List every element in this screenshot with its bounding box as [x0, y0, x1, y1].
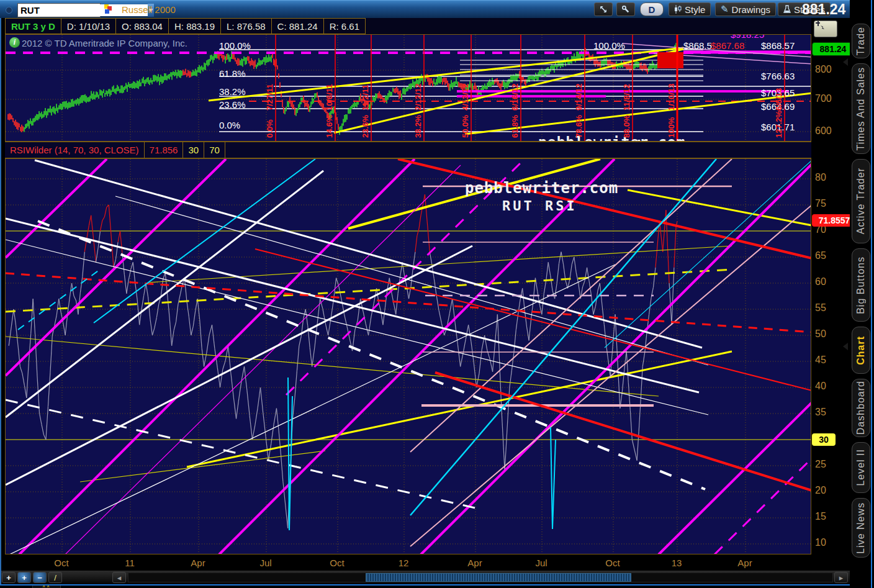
chart-scrollbar-thumb[interactable]	[366, 573, 631, 582]
symbol-description: Russell 2000	[122, 4, 176, 15]
pan-hand-icon	[814, 21, 826, 30]
rsi-study-title[interactable]: RSIWilder (14, 70, 30, CLOSE)	[5, 142, 145, 158]
time-axis-label: Oct	[54, 558, 68, 568]
flask-icon	[783, 5, 791, 14]
ohlc-status-bar: RUT 3 y DD: 1/10/13O: 883.04H: 883.19L: …	[5, 18, 811, 35]
ohlc-cell: H: 883.19	[168, 18, 220, 34]
fib-pct-label: 100%	[667, 94, 675, 138]
price-level-label: $867.68	[711, 40, 744, 51]
price-axis-tick: 600	[815, 125, 832, 137]
rsi-study-value: 71.856	[145, 142, 184, 158]
time-axis-label: Jul	[535, 558, 547, 568]
ohlc-cell: RUT 3 y D	[5, 18, 61, 34]
left-edge-divider	[0, 18, 1, 584]
fib-level-label: 38.2%	[219, 86, 246, 97]
scroll-left-button[interactable]: ◂	[112, 572, 126, 583]
sidebar-tab-level-ii[interactable]: Level II	[852, 442, 870, 493]
top-toolbar: ▼ Russell 2000 D	[0, 0, 874, 18]
fib-level-label: 100.0%	[219, 40, 251, 51]
rsi-axis-tick: 40	[815, 381, 826, 392]
time-axis-label: 12	[399, 558, 409, 568]
price-level-label: $918.25	[731, 34, 764, 40]
symbol-box: ▼	[17, 3, 101, 17]
rsi-axis-tick: 75	[815, 198, 826, 209]
fib-pct-label: 38.2%	[414, 94, 422, 138]
fib-pct-label: 78.6%	[575, 94, 583, 138]
panel-collapse-arrow[interactable]	[843, 58, 848, 66]
fib-pct-label: 14.6%	[325, 94, 333, 138]
sidebar-tab-trade[interactable]: Trade	[852, 24, 870, 58]
zoom-out-button[interactable]: −	[33, 572, 47, 583]
time-axis-label: Apr	[467, 558, 482, 568]
candlestick-icon	[674, 5, 682, 14]
right-price-axis: 800700600881.248075706560555045403530252…	[811, 18, 850, 571]
time-axis-label: Apr	[191, 558, 205, 568]
scroll-right-button[interactable]: ▸	[834, 572, 848, 583]
last-price: 881.24	[802, 1, 845, 18]
fib-level-label: 61.8%	[219, 68, 246, 79]
line-tool-button[interactable]: /	[48, 572, 62, 583]
watermark-chart-rsi: RUT RSI	[502, 198, 577, 214]
sidebar-tab-live-news[interactable]: Live News	[852, 498, 870, 558]
pointer-tools-button[interactable]	[594, 2, 613, 16]
rsi-oversold-bubble: 30	[812, 433, 836, 446]
link-color-icon[interactable]	[104, 4, 114, 14]
sidebar-tab-label: Big Buttons	[855, 256, 867, 314]
fib-level-label: 23.6%	[219, 99, 246, 110]
price-axis-tick: 800	[815, 64, 832, 75]
sidebar-tab-label: Dashboard	[855, 381, 867, 435]
fib-pct-label: 127.2%	[775, 94, 783, 138]
style-button[interactable]: Style	[669, 2, 711, 16]
price-axis-tick: 700	[815, 93, 832, 104]
time-axis-label: 11	[125, 558, 135, 568]
copyright-text: 2012 © TD Ameritrade IP Company, Inc.	[22, 38, 187, 48]
sidebar-tab-chart[interactable]: Chart	[852, 327, 870, 374]
settings-wrench-button[interactable]	[616, 2, 635, 16]
thinkorswim-chart-window: ▼ Russell 2000 D	[0, 0, 874, 588]
right-edge-divider	[871, 0, 872, 588]
chart-scrollbar-track[interactable]	[128, 572, 833, 582]
sidebar-tab-dashboard[interactable]: Dashboard	[852, 379, 870, 437]
rsi-axis-tick: 80	[815, 172, 826, 183]
last-price-bubble: 881.24	[812, 42, 854, 56]
rsi-axis-tick: 25	[815, 459, 826, 470]
price-chart-panel[interactable]: i 2012 © TD Ameritrade IP Company, Inc. …	[5, 34, 811, 142]
bottom-control-bar: + + − / ◂ ▸	[0, 571, 850, 584]
sidebar-tab-label: Active Trader	[855, 168, 867, 234]
ohlc-cell: O: 883.04	[115, 18, 168, 34]
sidebar-tab-label: Times And Sales	[855, 67, 867, 150]
timeframe-button[interactable]: D	[640, 2, 664, 16]
sidebar-tab-times-and-sales[interactable]: Times And Sales	[852, 63, 870, 154]
rsi-axis-tick: 60	[815, 276, 826, 287]
rsi-chart-canvas	[6, 159, 811, 554]
ohlc-cell: D: 1/10/13	[61, 18, 115, 34]
fib-pct-label: 23.6%	[361, 94, 369, 138]
panel-collapse-arrow[interactable]	[843, 343, 848, 350]
ohlc-cell: R: 6.61	[323, 18, 366, 34]
sidebar-tab-label: Chart	[855, 336, 867, 365]
fib-level-label: 0.0%	[219, 120, 240, 130]
time-axis-label: Jul	[259, 558, 271, 568]
sidebar-tab-label: Trade	[855, 27, 867, 55]
pan-mode-button[interactable]	[814, 20, 837, 37]
drawings-button[interactable]: ✎ Drawings	[715, 2, 776, 16]
time-axis-label: 13	[672, 558, 682, 568]
sidebar-tab-big-buttons[interactable]: Big Buttons	[852, 248, 870, 322]
sidebar-tab-active-trader[interactable]: Active Trader	[852, 159, 870, 243]
sidebar-tab-label: Live News	[855, 502, 867, 554]
rsi-axis-tick: 15	[815, 511, 826, 522]
info-icon[interactable]: i	[9, 37, 20, 48]
fib-pct-label: 88.0%	[623, 94, 631, 138]
rsi-oversold-setting: 30	[183, 142, 204, 158]
rsi-axis-tick: 10	[815, 537, 826, 548]
rsi-chart-panel[interactable]: pebblewriter.com RUT RSI	[5, 158, 811, 554]
time-axis-label: Oct	[605, 558, 619, 568]
time-axis-label: Apr	[737, 558, 752, 568]
wrench-icon	[622, 5, 629, 14]
rsi-axis-tick: 50	[815, 328, 826, 340]
time-axis-label: Oct	[330, 558, 344, 568]
crosshair-arrows-icon	[600, 5, 607, 14]
move-tool-button[interactable]: +	[2, 572, 16, 583]
ohlc-cell: C: 881.24	[271, 18, 323, 34]
zoom-in-button[interactable]: +	[17, 572, 31, 583]
